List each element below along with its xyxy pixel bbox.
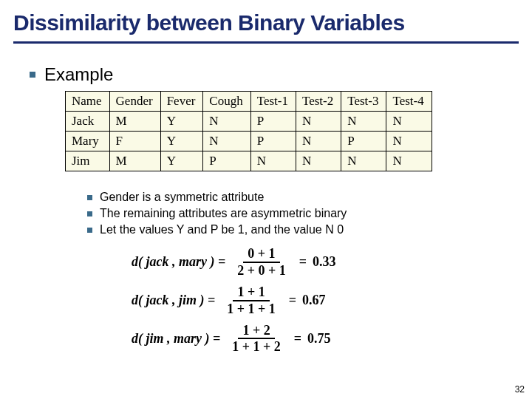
- cell: N: [386, 132, 432, 151]
- example-table: Name Gender Fever Cough Test-1 Test-2 Te…: [65, 91, 519, 171]
- square-bullet-icon: [87, 195, 92, 200]
- cell: N: [341, 151, 386, 171]
- cell: M: [109, 112, 160, 132]
- cell: N: [386, 151, 432, 171]
- eq-result: 0.67: [302, 293, 326, 308]
- equals-icon: =: [294, 331, 301, 347]
- fraction: 1 + 2 1 + 1 + 2: [228, 324, 285, 355]
- eq-denominator: 1 + 1 + 2: [228, 339, 285, 354]
- sub-bullet-text: Gender is a symmetric attribute: [100, 191, 264, 204]
- equation: d( jack , mary ) = 0 + 1 2 + 0 + 1 = 0.3…: [132, 247, 519, 278]
- sub-bullet: The remaining attributes are asymmetric …: [87, 207, 519, 220]
- square-bullet-icon: [87, 211, 92, 216]
- eq-numerator: 0 + 1: [243, 247, 279, 263]
- fraction: 1 + 1 1 + 1 + 1: [222, 285, 280, 316]
- bullet-main-text: Example: [44, 64, 113, 85]
- eq-lhs: d( jack , jim ) =: [132, 293, 215, 308]
- eq-lhs: d( jim , mary ) =: [132, 331, 220, 347]
- fraction: 0 + 1 2 + 0 + 1: [233, 247, 290, 278]
- col-fever: Fever: [160, 92, 203, 112]
- cell: P: [250, 132, 296, 151]
- col-test1: Test-1: [250, 92, 296, 112]
- slide: Dissimilarity between Binary Variables E…: [0, 0, 532, 399]
- equations: d( jack , mary ) = 0 + 1 2 + 0 + 1 = 0.3…: [132, 247, 519, 354]
- cell: P: [250, 112, 296, 132]
- sub-bullets: Gender is a symmetric attribute The rema…: [87, 191, 519, 236]
- cell: M: [109, 151, 160, 171]
- cell: P: [341, 132, 386, 151]
- eq-denominator: 2 + 0 + 1: [233, 263, 290, 278]
- eq-result: 0.75: [307, 331, 331, 347]
- cell: N: [296, 112, 341, 132]
- data-table: Name Gender Fever Cough Test-1 Test-2 Te…: [65, 91, 432, 171]
- cell: Y: [160, 132, 203, 151]
- cell: N: [203, 112, 250, 132]
- cell: N: [250, 151, 296, 171]
- col-test2: Test-2: [296, 92, 341, 112]
- cell: N: [341, 112, 386, 132]
- sub-bullet: Gender is a symmetric attribute: [87, 191, 519, 204]
- slide-title: Dissimilarity between Binary Variables: [13, 10, 519, 44]
- eq-lhs: d( jack , mary ) =: [132, 254, 225, 270]
- eq-result: 0.33: [313, 254, 336, 270]
- eq-numerator: 1 + 1: [233, 285, 269, 301]
- square-bullet-icon: [87, 228, 92, 233]
- equals-icon: =: [289, 293, 296, 308]
- cell: P: [203, 151, 250, 171]
- cell: N: [386, 112, 432, 132]
- col-test4: Test-4: [386, 92, 432, 112]
- cell: Y: [160, 151, 203, 171]
- col-test3: Test-3: [341, 92, 386, 112]
- sub-bullet: Let the values Y and P be 1, and the val…: [87, 223, 519, 236]
- cell: N: [203, 132, 250, 151]
- sub-bullet-text: The remaining attributes are asymmetric …: [100, 207, 347, 220]
- eq-numerator: 1 + 2: [238, 324, 274, 340]
- cell: Mary: [66, 132, 110, 151]
- cell: N: [296, 132, 341, 151]
- cell: Y: [160, 112, 203, 132]
- cell: Jim: [66, 151, 110, 171]
- table-row: Mary F Y N P N P N: [66, 132, 432, 151]
- sub-bullet-text: Let the values Y and P be 1, and the val…: [100, 223, 344, 236]
- equation: d( jim , mary ) = 1 + 2 1 + 1 + 2 = 0.75: [132, 324, 519, 355]
- page-number: 32: [515, 384, 525, 395]
- table-row: Jim M Y P N N N N: [66, 151, 432, 171]
- col-name: Name: [66, 92, 110, 112]
- square-bullet-icon: [30, 72, 35, 78]
- cell: N: [296, 151, 341, 171]
- col-cough: Cough: [203, 92, 250, 112]
- col-gender: Gender: [109, 92, 160, 112]
- cell: Jack: [66, 112, 110, 132]
- equation: d( jack , jim ) = 1 + 1 1 + 1 + 1 = 0.67: [132, 285, 519, 316]
- table-row: Jack M Y N P N N N: [66, 112, 432, 132]
- equals-icon: =: [299, 254, 307, 270]
- cell: F: [109, 132, 160, 151]
- table-header-row: Name Gender Fever Cough Test-1 Test-2 Te…: [66, 92, 432, 112]
- eq-denominator: 1 + 1 + 1: [222, 301, 280, 316]
- bullet-main: Example: [30, 64, 519, 85]
